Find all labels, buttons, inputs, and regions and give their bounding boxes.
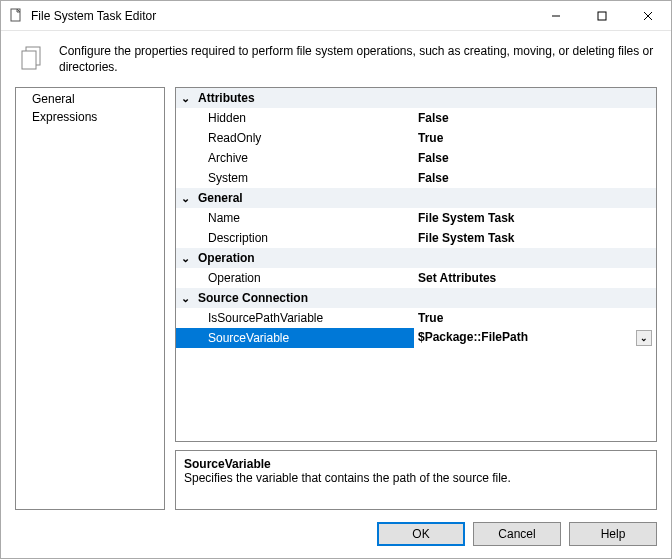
property-key: Operation xyxy=(194,268,414,288)
property-value[interactable]: File System Task xyxy=(414,208,656,228)
minimize-button[interactable] xyxy=(533,1,579,31)
cancel-button[interactable]: Cancel xyxy=(473,522,561,546)
sidebar-item-label: General xyxy=(32,92,75,106)
property-value[interactable]: Set Attributes xyxy=(414,268,656,288)
category-label: Attributes xyxy=(194,88,656,108)
description-text: Configure the properties required to per… xyxy=(59,43,655,75)
titlebar: File System Task Editor xyxy=(1,1,671,31)
pages-icon xyxy=(17,43,49,75)
property-value[interactable]: True xyxy=(414,308,656,328)
dropdown-button[interactable]: ⌄ xyxy=(636,330,652,346)
right-column: ⌄ Attributes HiddenFalse ReadOnlyTrue Ar… xyxy=(175,87,657,510)
category-label: Operation xyxy=(194,248,656,268)
property-value[interactable]: True xyxy=(414,128,656,148)
property-value[interactable]: False xyxy=(414,108,656,128)
maximize-button[interactable] xyxy=(579,1,625,31)
help-text: Specifies the variable that contains the… xyxy=(184,471,648,485)
sidebar-item-expressions[interactable]: Expressions xyxy=(16,108,164,126)
property-key: IsSourcePathVariable xyxy=(194,308,414,328)
chevron-down-icon[interactable]: ⌄ xyxy=(176,248,194,268)
help-button[interactable]: Help xyxy=(569,522,657,546)
property-grid[interactable]: ⌄ Attributes HiddenFalse ReadOnlyTrue Ar… xyxy=(175,87,657,442)
property-key: Hidden xyxy=(194,108,414,128)
description-panel: SourceVariable Specifies the variable th… xyxy=(175,450,657,510)
property-value[interactable]: $Package::FilePath ⌄ xyxy=(414,328,656,348)
property-row-sourcevariable[interactable]: SourceVariable $Package::FilePath ⌄ xyxy=(176,328,656,348)
category-label: Source Connection xyxy=(194,288,656,308)
property-key: Name xyxy=(194,208,414,228)
chevron-down-icon[interactable]: ⌄ xyxy=(176,288,194,308)
footer: OK Cancel Help xyxy=(1,510,671,558)
property-row-issourcepathvariable[interactable]: IsSourcePathVariableTrue xyxy=(176,308,656,328)
window-title: File System Task Editor xyxy=(31,9,156,23)
ok-button[interactable]: OK xyxy=(377,522,465,546)
property-row-description[interactable]: DescriptionFile System Task xyxy=(176,228,656,248)
property-key: Description xyxy=(194,228,414,248)
button-label: OK xyxy=(412,527,429,541)
property-row-name[interactable]: NameFile System Task xyxy=(176,208,656,228)
category-source-connection[interactable]: ⌄ Source Connection xyxy=(176,288,656,308)
body: General Expressions ⌄ Attributes HiddenF… xyxy=(1,83,671,510)
sidebar: General Expressions xyxy=(15,87,165,510)
property-key: Archive xyxy=(194,148,414,168)
close-button[interactable] xyxy=(625,1,671,31)
help-title: SourceVariable xyxy=(184,457,648,471)
dialog-window: File System Task Editor Configure the pr… xyxy=(0,0,672,559)
property-row-archive[interactable]: ArchiveFalse xyxy=(176,148,656,168)
property-row-operation[interactable]: OperationSet Attributes xyxy=(176,268,656,288)
property-value[interactable]: File System Task xyxy=(414,228,656,248)
button-label: Cancel xyxy=(498,527,535,541)
property-value-text: $Package::FilePath xyxy=(418,330,528,344)
chevron-down-icon[interactable]: ⌄ xyxy=(176,88,194,108)
property-value[interactable]: False xyxy=(414,148,656,168)
category-operation[interactable]: ⌄ Operation xyxy=(176,248,656,268)
property-key: ReadOnly xyxy=(194,128,414,148)
property-key: System xyxy=(194,168,414,188)
button-label: Help xyxy=(601,527,626,541)
property-row-system[interactable]: SystemFalse xyxy=(176,168,656,188)
property-row-hidden[interactable]: HiddenFalse xyxy=(176,108,656,128)
property-value[interactable]: False xyxy=(414,168,656,188)
svg-rect-2 xyxy=(598,12,606,20)
app-icon xyxy=(9,8,25,24)
sidebar-item-label: Expressions xyxy=(32,110,97,124)
chevron-down-icon[interactable]: ⌄ xyxy=(176,188,194,208)
category-label: General xyxy=(194,188,656,208)
property-row-readonly[interactable]: ReadOnlyTrue xyxy=(176,128,656,148)
description-row: Configure the properties required to per… xyxy=(1,31,671,83)
svg-rect-6 xyxy=(22,51,36,69)
category-attributes[interactable]: ⌄ Attributes xyxy=(176,88,656,108)
property-key: SourceVariable xyxy=(194,328,414,348)
sidebar-item-general[interactable]: General xyxy=(16,88,164,108)
category-general[interactable]: ⌄ General xyxy=(176,188,656,208)
